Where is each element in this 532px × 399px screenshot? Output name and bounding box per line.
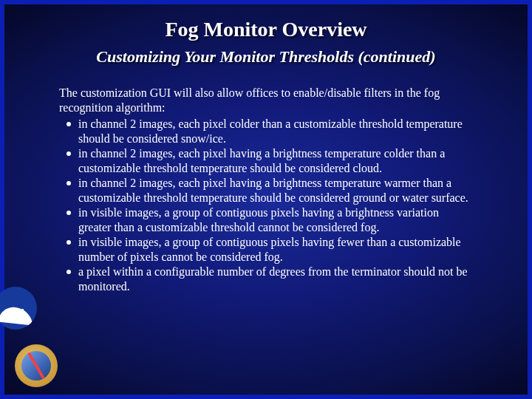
nws-logo-inner-icon <box>21 351 51 381</box>
list-item: in channel 2 images, each pixel colder t… <box>59 117 473 146</box>
list-item: a pixel within a configurable number of … <box>59 265 473 294</box>
slide-title: Fog Monitor Overview <box>4 18 528 41</box>
bullet-list: in channel 2 images, each pixel colder t… <box>59 117 473 294</box>
list-item: in visible images, a group of contiguous… <box>59 235 473 265</box>
nws-logo-icon <box>15 344 58 387</box>
slide: Fog Monitor Overview Customizing Your Mo… <box>0 0 532 399</box>
list-item: in channel 2 images, each pixel having a… <box>59 146 473 176</box>
list-item: in channel 2 images, each pixel having a… <box>59 176 473 205</box>
list-item: in visible images, a group of contiguous… <box>59 205 473 235</box>
noaa-logo-icon: NOAA <box>0 287 37 330</box>
slide-subtitle: Customizing Your Monitor Thresholds (con… <box>4 47 528 66</box>
intro-text: The customization GUI will also allow of… <box>59 86 473 115</box>
noaa-logo-label: NOAA <box>5 307 26 314</box>
slide-body: The customization GUI will also allow of… <box>59 86 473 294</box>
